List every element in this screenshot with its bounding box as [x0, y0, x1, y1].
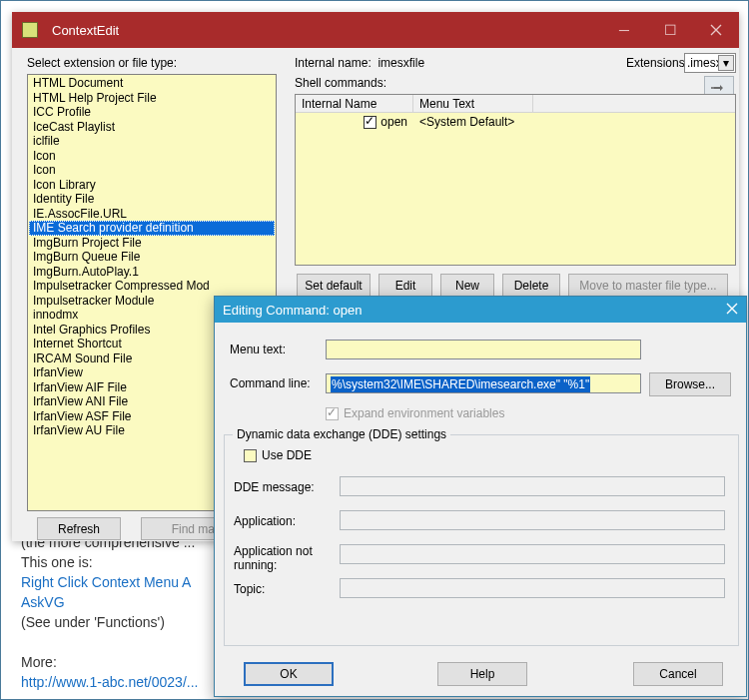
grid-header: Internal Name Menu Text [296, 95, 735, 113]
application-input[interactable] [340, 510, 725, 530]
dialog-close-button[interactable] [726, 303, 738, 318]
col-menu-text[interactable]: Menu Text [413, 95, 533, 112]
dde-message-label: DDE message: [234, 480, 315, 494]
internal-name-label: Internal name: imesxfile [295, 56, 424, 70]
bg-text: More: [21, 654, 198, 670]
list-item[interactable]: IME Search provider definition [29, 221, 275, 236]
window-title: ContextEdit [52, 23, 601, 38]
bg-text: This one is: [21, 554, 198, 570]
command-line-label: Command line: [230, 376, 311, 390]
list-item[interactable]: ImgBurn.AutoPlay.1 [29, 265, 275, 280]
delete-button[interactable]: Delete [502, 274, 560, 297]
checkbox-icon [244, 449, 257, 462]
list-item[interactable]: ImgBurn Queue File [29, 250, 275, 265]
extensions-value: .imesx [687, 56, 722, 70]
bg-link[interactable]: AskVG [21, 594, 65, 610]
command-line-input[interactable]: %\system32\IME\SHARED\imesearch.exe" "%1… [326, 373, 641, 393]
expand-env-checkbox: Expand environment variables [326, 406, 504, 420]
refresh-button[interactable]: Refresh [37, 517, 121, 540]
cancel-button[interactable]: Cancel [633, 662, 723, 686]
list-item[interactable]: ICC Profile [29, 105, 275, 120]
menu-text-label: Menu text: [230, 343, 286, 356]
list-item[interactable]: Identity File [29, 192, 275, 207]
app-not-running-input[interactable] [340, 544, 725, 564]
menu-text-input[interactable] [326, 340, 641, 359]
new-button[interactable]: New [440, 274, 494, 297]
close-button[interactable] [693, 12, 739, 48]
use-dde-checkbox[interactable]: Use DDE [244, 448, 312, 462]
extensions-label: Extensions: [626, 56, 688, 70]
table-row[interactable]: open <System Default> [296, 113, 735, 131]
topic-input[interactable] [340, 578, 725, 598]
extension-list-label: Select extension or file type: [27, 56, 177, 70]
extensions-select[interactable]: .imesx ▾ [684, 53, 736, 73]
shell-commands-label: Shell commands: [295, 76, 386, 90]
list-item[interactable]: ImgBurn Project File [29, 236, 275, 251]
close-icon [726, 303, 738, 315]
bg-link[interactable]: Right Click Context Menu A [21, 574, 191, 590]
list-item[interactable]: Icon [29, 149, 275, 164]
dialog-titlebar[interactable]: Editing Command: open [215, 297, 746, 323]
list-item[interactable]: iclfile [29, 134, 275, 149]
checkbox-icon [326, 407, 339, 420]
browse-button[interactable]: Browse... [649, 372, 731, 396]
help-button[interactable]: Help [437, 662, 527, 686]
list-item[interactable]: Icon [29, 163, 275, 178]
edit-button[interactable]: Edit [378, 274, 432, 297]
dialog-title: Editing Command: open [223, 303, 726, 318]
app-icon [22, 22, 38, 38]
close-icon [710, 24, 722, 36]
command-line-value: %\system32\IME\SHARED\imesearch.exe" "%1… [331, 376, 590, 392]
titlebar[interactable]: ContextEdit ─ ☐ [12, 12, 739, 48]
dde-group: Dynamic data exchange (DDE) settings [224, 434, 739, 646]
list-item[interactable]: HTML Document [29, 76, 275, 91]
dde-message-input[interactable] [340, 476, 725, 496]
maximize-button[interactable]: ☐ [647, 12, 693, 48]
cell-internal-name: open [380, 115, 407, 129]
topic-label: Topic: [234, 582, 265, 596]
col-internal-name[interactable]: Internal Name [296, 95, 413, 112]
editing-command-dialog: Editing Command: open Menu text: Command… [214, 296, 747, 697]
internal-name-value: imesxfile [377, 56, 424, 70]
ok-button[interactable]: OK [244, 662, 334, 686]
dialog-client: Menu text: Command line: %\system32\IME\… [216, 323, 745, 695]
pushpin-icon [711, 82, 727, 94]
row-checkbox[interactable] [364, 116, 376, 129]
minimize-button[interactable]: ─ [601, 12, 647, 48]
bg-link[interactable]: http://www.1-abc.net/0023/... [21, 674, 198, 690]
application-label: Application: [234, 514, 296, 528]
cell-menu-text: <System Default> [413, 114, 573, 130]
col-blank [533, 95, 735, 112]
list-item[interactable]: Impulsetracker Compressed Mod [29, 279, 275, 294]
app-not-running-label: Application not running: [234, 544, 334, 572]
dde-group-label: Dynamic data exchange (DDE) settings [233, 427, 450, 441]
list-item[interactable]: Icon Library [29, 178, 275, 193]
list-item[interactable]: HTML Help Project File [29, 91, 275, 106]
list-item[interactable]: IceCast Playlist [29, 120, 275, 135]
svg-rect-0 [711, 87, 714, 89]
bg-text: (See under 'Functions') [21, 614, 198, 630]
shell-buttons-row: Set default Edit New Delete Move to mast… [297, 274, 728, 297]
set-default-button[interactable]: Set default [297, 274, 371, 297]
shell-commands-grid[interactable]: Internal Name Menu Text open <System Def… [295, 94, 736, 266]
chevron-down-icon: ▾ [718, 55, 734, 71]
move-to-master-button[interactable]: Move to master file type... [568, 274, 728, 297]
list-item[interactable]: IE.AssocFile.URL [29, 207, 275, 222]
